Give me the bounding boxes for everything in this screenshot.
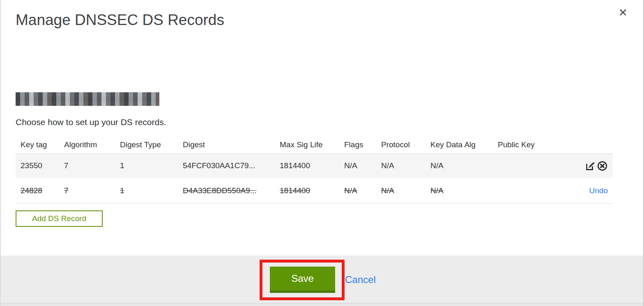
dnssec-modal: Manage DNSSEC DS Records ✕ Choose how to…: [0, 0, 644, 306]
row-actions: [547, 160, 613, 171]
cell-key-tag: 24828: [16, 186, 64, 195]
cell-protocol: N/A: [381, 161, 430, 170]
window-bottom-edge: [1, 304, 643, 306]
table-header-row: Key tag Algorithm Digest Type Digest Max…: [16, 136, 613, 154]
cell-digest: 54FCF030AA1C79...: [183, 161, 280, 170]
col-header-max-sig-life: Max Sig Life: [280, 140, 344, 149]
delete-icon[interactable]: [597, 160, 608, 171]
col-header-key-tag: Key tag: [16, 140, 64, 149]
cell-digest: D4A33E8DD550A9...: [183, 186, 280, 195]
cell-flags: N/A: [344, 161, 381, 170]
col-header-digest-type: Digest Type: [120, 140, 183, 149]
table-row-deleted: 24828 7 1 D4A33E8DD550A9... 1814400 N/A …: [16, 178, 613, 204]
instruction-text: Choose how to set up your DS records.: [16, 117, 166, 127]
close-icon[interactable]: ✕: [618, 7, 628, 18]
cell-key-tag: 23550: [16, 161, 64, 170]
cell-algorithm: 7: [64, 161, 120, 170]
edit-icon[interactable]: [585, 160, 596, 171]
col-header-public-key: Public Key: [498, 140, 547, 149]
col-header-algorithm: Algorithm: [64, 140, 120, 149]
row-actions: Undo: [547, 186, 613, 195]
undo-link[interactable]: Undo: [589, 186, 608, 195]
cell-key-data-alg: N/A: [430, 161, 498, 170]
redacted-domain-name: [16, 92, 159, 106]
cell-digest-type: 1: [120, 186, 183, 195]
table-row-active: 23550 7 1 54FCF030AA1C79... 1814400 N/A …: [16, 154, 613, 178]
ds-records-table: Key tag Algorithm Digest Type Digest Max…: [16, 136, 613, 204]
col-header-protocol: Protocol: [381, 140, 430, 149]
cell-digest-type: 1: [120, 161, 183, 170]
modal-footer: Save Cancel: [1, 256, 643, 304]
cell-protocol: N/A: [381, 186, 430, 195]
cancel-link[interactable]: Cancel: [345, 267, 376, 293]
cell-key-data-alg: N/A: [430, 186, 498, 195]
cell-flags: N/A: [344, 186, 381, 195]
col-header-digest: Digest: [183, 140, 280, 149]
cell-max-sig-life: 1814400: [280, 161, 344, 170]
save-button[interactable]: Save: [270, 267, 335, 293]
cell-max-sig-life: 1814400: [280, 186, 344, 195]
col-header-key-data-alg: Key Data Alg: [430, 140, 498, 149]
add-ds-record-button[interactable]: Add DS Record: [16, 210, 103, 227]
col-header-flags: Flags: [344, 140, 381, 149]
page-title: Manage DNSSEC DS Records: [16, 11, 224, 29]
cell-algorithm: 7: [64, 186, 120, 195]
